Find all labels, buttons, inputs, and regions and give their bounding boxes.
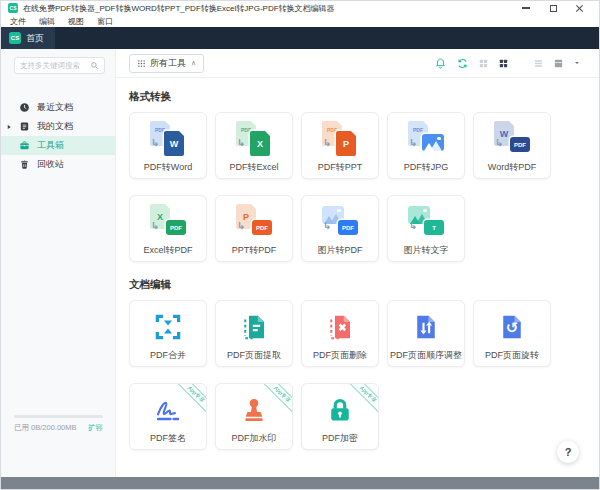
ppt-to-pdf-icon: P↳PDF bbox=[234, 204, 274, 240]
menu-file[interactable]: 文件 bbox=[10, 16, 26, 27]
maximize-icon bbox=[550, 5, 557, 12]
pdf-rotate-pages-icon: ↺ bbox=[492, 309, 532, 345]
close-button[interactable] bbox=[574, 3, 586, 14]
tool-card-label: PDF转PPT bbox=[302, 161, 378, 174]
pdf-watermark-icon bbox=[234, 392, 274, 428]
menu-view[interactable]: 视图 bbox=[68, 16, 84, 27]
cs-logo-icon: CS bbox=[9, 32, 21, 44]
all-tools-label: 所有工具 bbox=[150, 57, 186, 70]
app-logo-icon: CS bbox=[8, 3, 18, 13]
convert-arrow-icon: ↳ bbox=[237, 221, 245, 231]
pdf-extract-pages-icon bbox=[234, 309, 274, 345]
sidebar-nav: 最近文档我的文档工具箱回收站 bbox=[1, 98, 115, 174]
menu-window[interactable]: 窗口 bbox=[97, 16, 113, 27]
image-to-text-card[interactable]: ↳T图片转文字 bbox=[387, 195, 465, 262]
app-window: CS 在线免费PDF转换器_PDF转换WORD转PPT_PDF转换Excel转J… bbox=[0, 0, 600, 490]
trash-icon bbox=[19, 159, 30, 170]
pdf-rotate-pages-card[interactable]: ↺PDF页面旋转 bbox=[473, 300, 551, 367]
tool-card-label: PDF转JPG bbox=[388, 161, 464, 174]
collapse-caret-icon: ∧ bbox=[191, 59, 196, 67]
tool-card-label: PDF转Word bbox=[130, 161, 206, 174]
pdf-delete-pages-card[interactable]: PDF页面删除 bbox=[301, 300, 379, 367]
expander-icon[interactable] bbox=[6, 124, 12, 130]
pdf-to-excel-card[interactable]: PDF↳XPDF转Excel bbox=[215, 112, 293, 179]
tool-card-label: PDF页面旋转 bbox=[474, 349, 550, 362]
pdf-to-ppt-card[interactable]: PDF↳PPDF转PPT bbox=[301, 112, 379, 179]
menu-edit[interactable]: 编辑 bbox=[39, 16, 55, 27]
minimize-button[interactable] bbox=[520, 3, 532, 14]
convert-arrow-icon: ↳ bbox=[237, 138, 245, 148]
tool-card-label: PPT转PDF bbox=[216, 244, 292, 257]
sidebar: 最近文档我的文档工具箱回收站 已用 0B/200.00MB 扩容 bbox=[1, 49, 116, 477]
main-toolbar: 所有工具 ∧ bbox=[116, 49, 599, 78]
pdf-to-jpg-icon: PDF↳ bbox=[406, 121, 446, 157]
search-box bbox=[14, 57, 105, 74]
chevron-down-icon[interactable] bbox=[573, 59, 581, 67]
grid-dots-icon bbox=[137, 59, 146, 68]
help-glyph: ? bbox=[565, 446, 572, 458]
notification-bell-icon[interactable] bbox=[434, 57, 447, 70]
excel-to-pdf-icon: X↳PDF bbox=[148, 204, 188, 240]
window-controls bbox=[520, 3, 592, 14]
main-panel: 所有工具 ∧ 格式转换PDF↳WPDF转WordPDF↳XPDF转ExcelPD… bbox=[116, 49, 599, 477]
tab-home[interactable]: CS 首页 bbox=[1, 27, 55, 49]
sidebar-item-my-docs[interactable]: 我的文档 bbox=[1, 117, 115, 136]
search-icon[interactable] bbox=[90, 61, 99, 70]
display-options-icon[interactable] bbox=[553, 58, 564, 69]
help-button[interactable]: ? bbox=[557, 441, 579, 463]
view-grid-active-icon[interactable] bbox=[498, 58, 509, 69]
maximize-button[interactable] bbox=[547, 3, 559, 14]
toolbar-right-icons bbox=[434, 57, 581, 70]
storage-panel: 已用 0B/200.00MB 扩容 bbox=[1, 415, 115, 433]
pdf-to-ppt-icon: PDF↳P bbox=[320, 121, 360, 157]
excel-to-pdf-card[interactable]: X↳PDFExcel转PDF bbox=[129, 195, 207, 262]
pdf-encrypt-icon bbox=[320, 392, 360, 428]
word-to-pdf-icon: W↳PDF bbox=[492, 121, 532, 157]
pdf-to-word-icon: PDF↳W bbox=[148, 121, 188, 157]
tool-card-label: PDF加密 bbox=[302, 432, 378, 445]
tool-card-label: 图片转文字 bbox=[388, 244, 464, 257]
image-to-pdf-icon: ↳PDF bbox=[320, 204, 360, 240]
sidebar-spacer bbox=[1, 174, 115, 415]
tool-card-label: PDF加水印 bbox=[216, 432, 292, 445]
tool-card-label: PDF页面删除 bbox=[302, 349, 378, 362]
tab-home-label: 首页 bbox=[26, 32, 44, 45]
tool-card-label: PDF页面顺序调整 bbox=[388, 349, 464, 362]
ppt-to-pdf-card[interactable]: P↳PDFPPT转PDF bbox=[215, 195, 293, 262]
section-title: 文档编辑 bbox=[129, 278, 586, 292]
sidebar-item-label: 回收站 bbox=[37, 158, 64, 171]
image-to-text-icon: ↳T bbox=[406, 204, 446, 240]
pdf-to-jpg-card[interactable]: PDF↳PDF转JPG bbox=[387, 112, 465, 179]
convert-arrow-icon: ↳ bbox=[409, 138, 417, 148]
sidebar-item-recycle-bin[interactable]: 回收站 bbox=[1, 155, 115, 174]
tool-card-label: PDF签名 bbox=[130, 432, 206, 445]
word-to-pdf-card[interactable]: W↳PDFWord转PDF bbox=[473, 112, 551, 179]
pdf-encrypt-card[interactable]: PDF加密App专享 bbox=[301, 383, 379, 450]
window-title: 在线免费PDF转换器_PDF转换WORD转PPT_PDF转换Excel转JPG-… bbox=[23, 3, 515, 14]
expand-storage-link[interactable]: 扩容 bbox=[88, 423, 103, 433]
document-icon bbox=[19, 121, 30, 132]
convert-arrow-icon: ↳ bbox=[151, 221, 159, 231]
pdf-watermark-card[interactable]: PDF加水印App专享 bbox=[215, 383, 293, 450]
tabbar: CS 首页 bbox=[1, 27, 599, 49]
sidebar-item-toolbox[interactable]: 工具箱 bbox=[1, 136, 115, 155]
svg-text:↺: ↺ bbox=[506, 319, 519, 337]
pdf-sign-card[interactable]: PDF签名App专享 bbox=[129, 383, 207, 450]
tool-card-label: Word转PDF bbox=[474, 161, 550, 174]
pdf-reorder-pages-card[interactable]: PDF页面顺序调整 bbox=[387, 300, 465, 367]
tool-card-label: PDF页面提取 bbox=[216, 349, 292, 362]
pdf-merge-card[interactable]: PDF合并 bbox=[129, 300, 207, 367]
image-to-pdf-card[interactable]: ↳PDF图片转PDF bbox=[301, 195, 379, 262]
view-list-icon[interactable] bbox=[533, 58, 544, 69]
pdf-delete-pages-icon bbox=[320, 309, 360, 345]
sync-icon[interactable] bbox=[456, 57, 469, 70]
search-input[interactable] bbox=[20, 61, 87, 70]
pdf-to-word-card[interactable]: PDF↳WPDF转Word bbox=[129, 112, 207, 179]
all-tools-button[interactable]: 所有工具 ∧ bbox=[129, 54, 204, 73]
tool-grid: PDF合并PDF页面提取PDF页面删除PDF页面顺序调整↺PDF页面旋转PDF签… bbox=[129, 300, 586, 450]
convert-arrow-icon: ↳ bbox=[323, 138, 331, 148]
sidebar-item-recent-docs[interactable]: 最近文档 bbox=[1, 98, 115, 117]
sidebar-item-label: 我的文档 bbox=[37, 120, 73, 133]
view-grid-icon[interactable] bbox=[478, 58, 489, 69]
pdf-extract-pages-card[interactable]: PDF页面提取 bbox=[215, 300, 293, 367]
